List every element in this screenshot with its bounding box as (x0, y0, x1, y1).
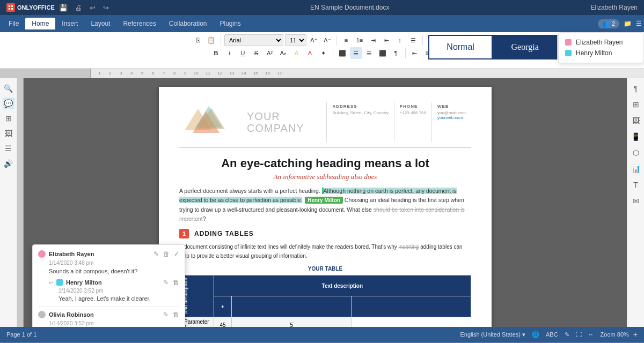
align-left-btn[interactable]: ⬛ (336, 47, 348, 59)
menu-insert[interactable]: Insert (55, 18, 84, 29)
shape-rs-icon[interactable]: ⬡ (630, 147, 642, 159)
globe-icon[interactable]: 🌐 (532, 331, 539, 338)
table-col-2 (232, 296, 352, 317)
spacing-btn[interactable]: ↕ (394, 34, 406, 46)
comment-2-delete-icon[interactable]: 🗑 (173, 311, 179, 318)
list-icon[interactable]: ☰ (3, 143, 14, 154)
menu-home[interactable]: Home (25, 18, 55, 29)
table-icon[interactable]: ⊞ (3, 113, 14, 124)
elizabeth-name: Elizabeth Rayen (576, 39, 623, 46)
zoom-in-btn[interactable]: + (633, 330, 638, 339)
speaker-icon[interactable]: 🔊 (3, 158, 14, 169)
list-btn[interactable]: ≡ (340, 34, 352, 46)
underline-btn[interactable]: U (237, 47, 249, 59)
line-spacing-btn[interactable]: ☰ (407, 34, 419, 46)
folder-icon[interactable]: 📁 (624, 20, 632, 27)
reply-delete-icon[interactable]: 🗑 (173, 279, 179, 286)
strikethrough-btn[interactable]: S (251, 47, 262, 59)
track-changes-icon[interactable]: ✎ (565, 331, 569, 338)
comment-1-resolve-icon[interactable]: ✓ (174, 250, 179, 258)
language-indicator[interactable]: English (United States) ▾ (460, 331, 525, 338)
ruler-marks: 1 2 3 4 5 6 7 8 9 10 11 12 13 14 15 16 1… (93, 71, 642, 76)
table-rs-icon[interactable]: ⊞ (630, 99, 642, 110)
comment-1-author: Elizabeth Rayen (49, 251, 94, 257)
style-normal-btn[interactable]: Normal (428, 35, 493, 59)
font-size-select[interactable]: 11 12 14 (285, 34, 306, 46)
phone-rs-icon[interactable]: 📱 (630, 131, 642, 143)
style-georgia-btn[interactable]: Georgia (493, 35, 557, 59)
sep2 (336, 35, 337, 46)
table-col-header: Text description (214, 275, 471, 296)
comment-1-header: Elizabeth Rayen ✎ 🗑 ✓ (38, 250, 179, 258)
mail-rs-icon[interactable]: ✉ (630, 195, 642, 207)
menu-layout[interactable]: Layout (84, 18, 116, 29)
menu-collaboration[interactable]: Collaboration (163, 18, 214, 29)
contact-web: WEB you@mail.com yourweb.com (432, 102, 471, 142)
pilcrow-btn[interactable]: ¶ (390, 47, 402, 59)
menu-references[interactable]: References (116, 18, 162, 29)
status-bar: Page 1 of 1 English (United States) ▾ 🌐 … (0, 327, 644, 342)
comment-1-edit-icon[interactable]: ✎ (153, 250, 159, 258)
image-rs-icon[interactable]: 🖼 (630, 115, 642, 126)
phone-label: PHONE (400, 104, 426, 109)
sep4 (333, 48, 333, 58)
fit-width-icon[interactable]: ↔ (588, 331, 594, 338)
outdent-btn[interactable]: ⇤ (380, 34, 392, 46)
fit-page-icon[interactable]: ⛶ (576, 331, 582, 338)
logo-icon (6, 3, 15, 12)
doc-area: Elizabeth Rayen ✎ 🗑 ✓ 1/14/2020 3:48 pm … (24, 78, 627, 327)
reply-actions: ✎ 🗑 (163, 279, 179, 286)
align-center-btn[interactable]: ☰ (350, 47, 362, 59)
svg-rect-3 (11, 8, 13, 10)
svg-rect-2 (9, 8, 10, 10)
decrease-font-btn[interactable]: A⁻ (321, 34, 333, 46)
more-btn[interactable]: ✦ (318, 47, 330, 59)
comment-2: Olivia Robinson ✎ 🗑 1/14/2020 3:53 pm Gr… (38, 311, 179, 327)
app-name: ONLYOFFICE (17, 4, 55, 11)
num-list-btn[interactable]: 1≡ (354, 34, 365, 46)
table-title: YOUR TABLE (179, 266, 471, 272)
paste-btn[interactable]: 📋 (205, 34, 217, 46)
superscript-btn[interactable]: A² (264, 47, 276, 59)
undo-icon[interactable]: ↩ (90, 4, 96, 12)
question-mark: ? (203, 215, 206, 222)
comment-1-delete-icon[interactable]: 🗑 (163, 250, 170, 258)
comment-icon[interactable]: 💬 (3, 98, 14, 109)
increase-font-btn[interactable]: A⁺ (308, 34, 320, 46)
chart-rs-icon[interactable]: 📊 (630, 163, 642, 175)
user-presence-dropdown: Elizabeth Rayen Henry Milton (558, 32, 644, 63)
save-icon[interactable]: 💾 (59, 4, 68, 12)
image-icon[interactable]: 🖼 (3, 128, 14, 139)
param-1-val-1: 45 (214, 317, 232, 327)
users-badge[interactable]: 👥 2 (598, 19, 619, 28)
highlight-btn[interactable]: A (291, 47, 303, 59)
pilcrow-rs-icon[interactable]: ¶ (630, 83, 642, 94)
bold-btn[interactable]: B (210, 47, 222, 59)
decrease-indent-btn[interactable]: ⇤ (409, 47, 421, 59)
font-family-select[interactable]: Arial Georgia Times New Roman (224, 34, 283, 46)
title-bar: ONLYOFFICE 💾 🖨 ↩ ↪ EN Sample Document.do… (0, 0, 644, 15)
status-right: English (United States) ▾ 🌐 ABC ✎ ⛶ ↔ Zo… (460, 330, 638, 339)
redo-icon[interactable]: ↪ (103, 4, 109, 12)
zoom-search-icon[interactable]: 🔍 (3, 83, 14, 94)
indent-btn[interactable]: ⇥ (367, 34, 379, 46)
reply-edit-icon[interactable]: ✎ (163, 279, 169, 286)
align-justify-btn[interactable]: ☰ (363, 47, 375, 59)
color-btn[interactable]: A (304, 47, 316, 59)
print-icon[interactable]: 🖨 (75, 4, 82, 12)
hamburger-icon[interactable]: ☰ (636, 20, 642, 27)
subscript-btn[interactable]: A₂ (277, 47, 289, 59)
menu-file[interactable]: File (2, 18, 25, 29)
menu-plugins[interactable]: Plugins (214, 18, 247, 29)
app-logo: ONLYOFFICE (6, 3, 55, 12)
elizabeth-avatar (38, 250, 46, 258)
contact-phone: PHONE +123 456 789 (394, 102, 432, 142)
spellcheck-icon[interactable]: ABC (546, 331, 558, 338)
italic-btn[interactable]: I (224, 47, 236, 59)
text-rs-icon[interactable]: T (630, 179, 642, 191)
strikethrough-text: should be taken into consideration is im… (179, 206, 465, 222)
table-add-col[interactable]: + (214, 296, 232, 317)
align-right-btn[interactable]: ⬛ (377, 47, 389, 59)
comment-2-edit-icon[interactable]: ✎ (163, 311, 169, 318)
copy-btn[interactable]: ⎘ (192, 34, 203, 46)
